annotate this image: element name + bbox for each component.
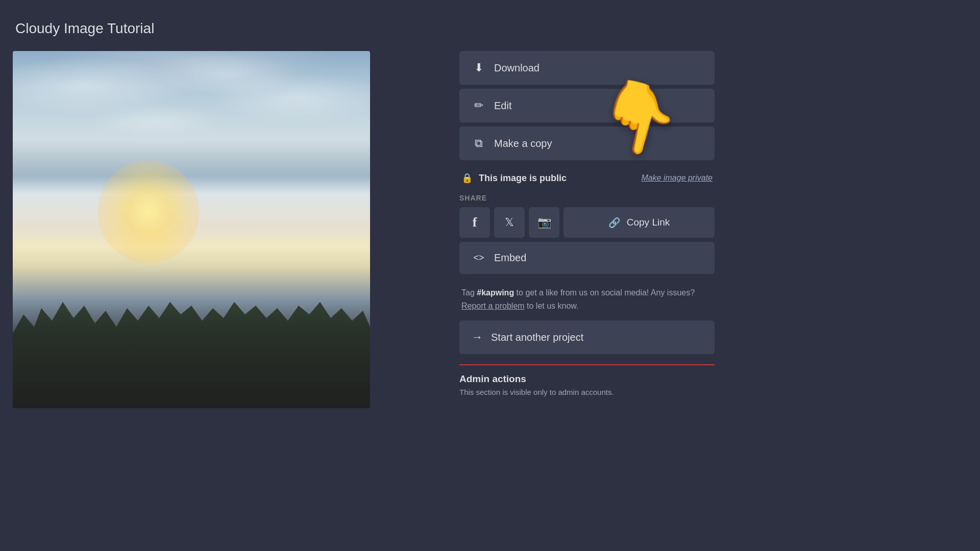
admin-description: This section is visible only to admin ac… — [459, 388, 715, 396]
main-image — [13, 51, 370, 408]
download-icon: ⬇ — [472, 61, 486, 74]
chain-icon: 🔗 — [608, 217, 621, 229]
tag-hashtag: #kapwing — [477, 288, 514, 297]
facebook-button[interactable]: f — [459, 207, 490, 238]
page-title: Cloudy Image Tutorial — [15, 20, 154, 37]
twitter-button[interactable]: 𝕏 — [494, 207, 525, 238]
twitter-icon: 𝕏 — [505, 216, 514, 229]
report-problem-link[interactable]: Report a problem — [461, 302, 525, 310]
make-copy-label: Make a copy — [494, 138, 552, 149]
edit-icon: ✏ — [472, 99, 486, 112]
instagram-button[interactable]: 📷 — [529, 207, 559, 238]
right-panel: ⬇ Download ✏ Edit ⧉ Make a copy 🔒 This i… — [459, 51, 715, 396]
download-label: Download — [494, 62, 540, 74]
arrow-icon: → — [472, 331, 483, 344]
start-project-button[interactable]: → Start another project — [459, 320, 715, 354]
start-project-label: Start another project — [491, 332, 583, 343]
public-label: This image is public — [479, 173, 567, 184]
instagram-icon: 📷 — [537, 216, 551, 229]
edit-button[interactable]: ✏ Edit — [459, 89, 715, 122]
make-copy-button[interactable]: ⧉ Make a copy — [459, 127, 715, 160]
make-private-link[interactable]: Make image private — [641, 173, 713, 183]
embed-button[interactable]: <> Embed — [459, 242, 715, 274]
download-button[interactable]: ⬇ Download — [459, 51, 715, 85]
tag-info-text: Tag #kapwing to get a like from us on so… — [459, 278, 715, 320]
share-row: f 𝕏 📷 🔗 Copy Link — [459, 207, 715, 238]
copy-link-label: Copy Link — [627, 217, 670, 228]
lock-icon: 🔒 — [461, 172, 473, 184]
public-row: 🔒 This image is public Make image privat… — [459, 164, 715, 192]
share-label: SHARE — [459, 194, 715, 202]
admin-title: Admin actions — [459, 373, 715, 385]
tag-suffix: to get a like from us on social media! A… — [514, 288, 695, 297]
copy-link-button[interactable]: 🔗 Copy Link — [564, 207, 715, 238]
admin-divider — [459, 364, 715, 365]
code-icon: <> — [472, 253, 486, 263]
facebook-icon: f — [473, 215, 477, 230]
copy-icon: ⧉ — [472, 137, 486, 150]
edit-label: Edit — [494, 100, 511, 112]
public-status: 🔒 This image is public — [461, 172, 567, 184]
tag-prefix: Tag — [461, 288, 477, 297]
embed-label: Embed — [494, 252, 526, 264]
tag-end: to let us know. — [525, 302, 579, 310]
